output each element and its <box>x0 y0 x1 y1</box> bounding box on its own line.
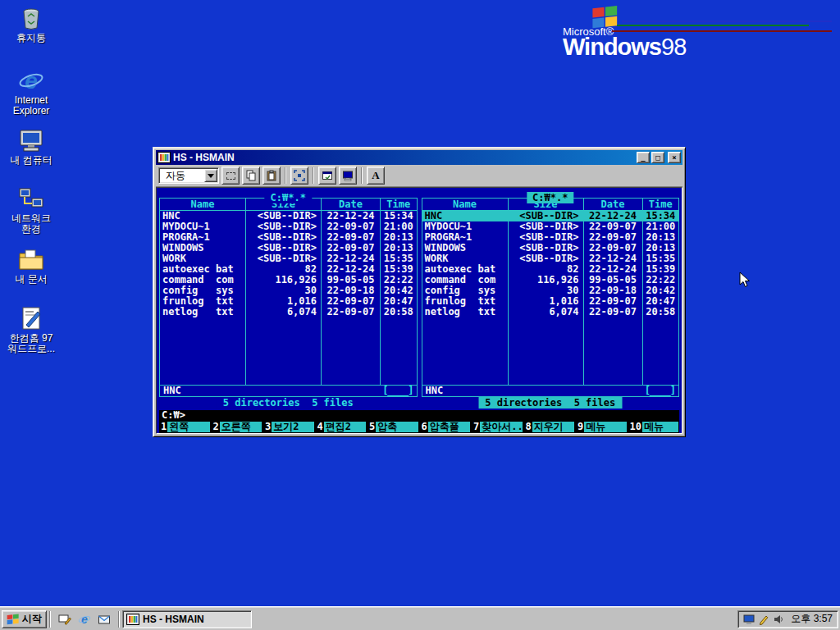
internet-explorer-icon: e <box>18 67 44 94</box>
left-panel-path: C:₩*.* <box>265 192 312 203</box>
file-row[interactable]: netlog txt 6,074 22-09-07 20:58 <box>422 307 679 317</box>
file-date: 22-12-24 <box>583 264 642 275</box>
internet-explorer-launch-button[interactable]: e <box>76 611 93 628</box>
font-size-dropdown[interactable]: 자동 <box>158 167 219 184</box>
taskbar-separator <box>49 611 51 628</box>
file-name: HNC <box>422 211 508 221</box>
function-key-label: 보기2 <box>272 422 313 432</box>
my-documents-icon <box>18 246 44 272</box>
taskbar-window-button[interactable]: HS - HSMAIN <box>122 610 252 628</box>
file-name: config sys <box>422 285 508 296</box>
font-icon: A <box>372 169 379 182</box>
function-key-number: 7 <box>472 422 480 432</box>
display-tray-icon[interactable] <box>743 614 755 625</box>
file-date: 22-12-24 <box>583 211 642 221</box>
file-date: 22-09-07 <box>583 243 642 253</box>
file-row[interactable]: MYDOCU~1 <SUB--DIR> 22-09-07 21:00 <box>160 221 417 232</box>
function-key[interactable]: 9 메뉴 <box>577 422 627 432</box>
desktop-icon-internet-explorer[interactable]: e Internet Explorer <box>5 67 57 116</box>
properties-button[interactable] <box>318 167 336 185</box>
taskbar: 시작 e <box>0 607 840 630</box>
file-row[interactable]: autoexec bat 82 22-12-24 15:39 <box>160 264 417 275</box>
file-row[interactable]: command com 116,926 99-05-05 22:22 <box>160 275 417 285</box>
file-name: WORK <box>160 253 245 264</box>
system-tray: 오후 3:57 <box>737 610 838 628</box>
font-button[interactable]: A <box>367 167 385 185</box>
file-time: 20:13 <box>380 243 417 253</box>
function-key[interactable]: 4 편집2 <box>317 422 367 432</box>
internet-explorer-icon: e <box>78 613 91 626</box>
file-name: command com <box>160 275 245 285</box>
file-date: 99-05-05 <box>583 275 642 285</box>
file-time: 15:39 <box>380 264 417 275</box>
properties-icon <box>322 170 333 181</box>
title-bar[interactable]: HS - HSMAIN _ □ × <box>156 150 682 165</box>
file-size: 116,926 <box>245 275 321 285</box>
file-time: 20:58 <box>380 307 417 317</box>
file-row[interactable]: HNC <SUB--DIR> 22-12-24 15:34 <box>422 211 679 221</box>
file-date: 22-09-07 <box>583 296 642 307</box>
show-desktop-button[interactable] <box>57 611 73 628</box>
paste-icon <box>266 170 277 181</box>
screen-button[interactable] <box>339 167 357 185</box>
function-key[interactable]: 1 왼쪽 <box>160 422 210 432</box>
file-row[interactable]: frunlog txt 1,016 22-09-07 20:47 <box>422 296 679 307</box>
start-button[interactable]: 시작 <box>2 610 47 628</box>
function-key[interactable]: 8 지우기 <box>525 422 575 432</box>
file-size: 30 <box>245 285 321 296</box>
chevron-down-icon <box>208 174 214 178</box>
file-row[interactable]: config sys 30 22-09-18 20:42 <box>160 285 417 296</box>
function-key[interactable]: 5 압축 <box>368 422 418 432</box>
taskbar-clock[interactable]: 오후 3:57 <box>788 612 833 626</box>
window-title: HS - HSMAIN <box>173 152 637 163</box>
ime-pen-icon[interactable] <box>758 614 769 625</box>
file-date: 22-12-24 <box>321 264 380 275</box>
function-key[interactable]: 7 찾아서.. <box>472 422 523 432</box>
file-time: 20:47 <box>642 296 679 307</box>
maximize-button[interactable]: □ <box>651 152 664 163</box>
volume-icon[interactable] <box>773 614 784 625</box>
file-date: 99-05-05 <box>321 275 380 285</box>
my-computer-icon <box>18 127 44 153</box>
dropdown-button[interactable] <box>204 169 217 182</box>
file-name: WORK <box>422 253 508 264</box>
file-row[interactable]: netlog txt 6,074 22-09-07 20:58 <box>160 307 417 317</box>
current-dir-label: HNC <box>426 386 444 396</box>
function-key[interactable]: 2 오른쪽 <box>212 422 262 432</box>
close-button[interactable]: × <box>668 152 681 163</box>
outlook-express-launch-button[interactable] <box>96 611 112 628</box>
file-row[interactable]: WORK <SUB--DIR> 22-12-24 15:35 <box>422 253 679 264</box>
function-key[interactable]: 3 보기2 <box>264 422 314 432</box>
file-row[interactable]: HNC <SUB--DIR> 22-12-24 15:34 <box>160 211 417 221</box>
command-prompt[interactable]: C:₩> <box>159 410 679 421</box>
svg-text:e: e <box>25 68 38 94</box>
file-row[interactable]: WINDOWS <SUB--DIR> 22-09-07 20:13 <box>422 243 679 253</box>
file-row[interactable]: config sys 30 22-09-18 20:42 <box>422 285 679 296</box>
function-key[interactable]: 10 메뉴 <box>629 422 679 432</box>
file-row[interactable]: WORK <SUB--DIR> 22-12-24 15:35 <box>160 253 417 264</box>
file-row[interactable]: command com 116,926 99-05-05 22:22 <box>422 275 679 285</box>
mark-button[interactable] <box>221 167 240 185</box>
desktop-icon-my-documents[interactable]: 내 문서 <box>5 246 57 285</box>
file-time: 20:42 <box>642 285 679 296</box>
file-date: 22-09-07 <box>321 232 380 243</box>
function-key[interactable]: 6 압축풀 <box>421 422 471 432</box>
file-row[interactable]: PROGRA~1 <SUB--DIR> 22-09-07 20:13 <box>160 232 417 243</box>
desktop-icon-network[interactable]: 네트워크 환경 <box>5 185 57 235</box>
file-row[interactable]: PROGRA~1 <SUB--DIR> 22-09-07 20:13 <box>422 232 679 243</box>
fullscreen-button[interactable] <box>290 167 308 185</box>
file-row[interactable]: WINDOWS <SUB--DIR> 22-09-07 20:13 <box>160 243 417 253</box>
function-key-label: 찾아서.. <box>480 422 522 432</box>
minimize-button[interactable]: _ <box>637 152 650 163</box>
file-row[interactable]: autoexec bat 82 22-12-24 15:39 <box>422 264 679 275</box>
file-date: 22-09-07 <box>583 232 642 243</box>
paste-button[interactable] <box>262 167 281 185</box>
file-row[interactable]: MYDOCU~1 <SUB--DIR> 22-09-07 21:00 <box>422 221 679 232</box>
desktop-icon-recycle-bin[interactable]: 휴지통 <box>5 5 57 43</box>
file-row[interactable]: frunlog txt 1,016 22-09-07 20:47 <box>160 296 417 307</box>
file-list: HNC <SUB--DIR> 22-12-24 15:34 MYDOCU~1 <… <box>422 211 679 385</box>
copy-button[interactable] <box>242 167 260 185</box>
panel-footer: HNC [____] <box>422 385 679 396</box>
desktop-icon-hancom-word[interactable]: 한컴홈 97 워드프로... <box>5 305 57 354</box>
desktop-icon-my-computer[interactable]: 내 컴퓨터 <box>5 127 57 166</box>
